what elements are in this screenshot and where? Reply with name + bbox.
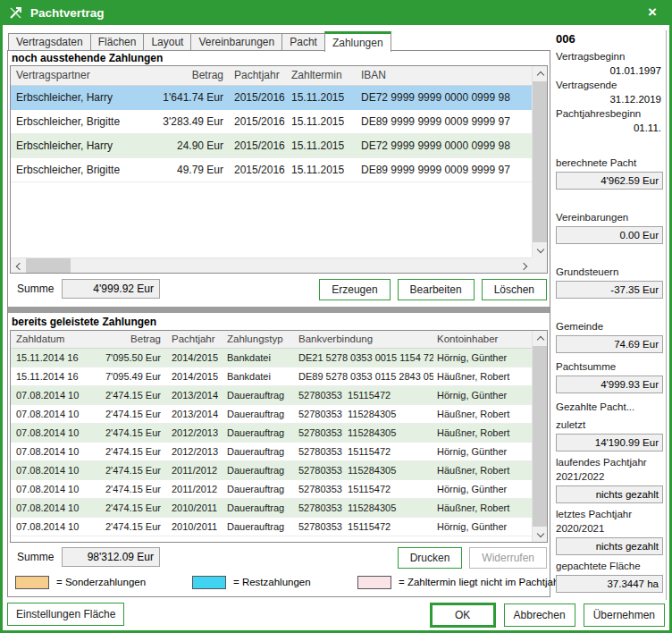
- field-value-box: -37.35 Eur: [556, 281, 663, 299]
- apply-button[interactable]: Übernehmen: [584, 603, 665, 627]
- pending-heading: noch ausstehende Zahlungen: [12, 52, 163, 64]
- paid-row[interactable]: 15.11.2014 167'095.49 Eur2014/2015Bankda…: [11, 367, 532, 386]
- print-button[interactable]: Drucken: [398, 547, 463, 569]
- paid-cell: Häußner, Robert: [433, 499, 532, 517]
- revoke-button[interactable]: Widerrufen: [469, 547, 547, 569]
- pending-row[interactable]: Erbschleicher, Harry1'641.74 Eur2015/201…: [11, 86, 532, 110]
- pending-column-header: Vertragspartner: [11, 66, 145, 85]
- tab-zahlungen[interactable]: Zahlungen: [324, 31, 391, 52]
- legend-label: = Restzahlungen: [233, 577, 311, 587]
- pending-sum-value: 4'999.92 Eur: [62, 279, 160, 299]
- paid-cell: 2'474.15 Eur: [97, 499, 168, 517]
- horizontal-scroll-thumb[interactable]: [26, 258, 71, 273]
- footer-button-group: OK Abbrechen Übernehmen: [430, 603, 665, 628]
- paid-column-header: Pachtjahr: [168, 331, 223, 348]
- pending-cell: 2015/2016: [231, 134, 288, 157]
- paid-row[interactable]: 07.08.2014 102'474.15 Eur2010/2011Dauera…: [11, 518, 532, 536]
- legend-swatch: [357, 576, 391, 589]
- scroll-up-button[interactable]: [533, 66, 548, 81]
- field-label: Gemeinde: [556, 319, 663, 333]
- cancel-button[interactable]: Abbrechen: [504, 603, 575, 627]
- close-icon[interactable]: ×: [633, 0, 672, 25]
- paid-header-row: ZahldatumBetragPachtjahrZahlungstypBankv…: [11, 331, 532, 349]
- scroll-up-button[interactable]: [533, 331, 548, 346]
- paid-cell: 52780353 15115472: [295, 480, 433, 498]
- field-label: zuletzt: [556, 418, 663, 432]
- paid-row[interactable]: 07.08.2014 102'474.15 Eur2013/2014Dauera…: [11, 405, 532, 424]
- vertical-scrollbar[interactable]: [532, 331, 547, 542]
- paid-cell: 07.08.2014 10: [11, 386, 97, 404]
- paid-cell: Häußner, Robert: [433, 424, 532, 442]
- pending-column-header: IBAN: [357, 66, 532, 85]
- payments-panel: noch ausstehende Zahlungen Vertragspartn…: [7, 50, 550, 597]
- scroll-right-button[interactable]: [517, 258, 532, 274]
- app-icon: [8, 5, 23, 21]
- field-label: Gezahlte Pacht...: [556, 400, 663, 414]
- scroll-down-button[interactable]: [533, 527, 548, 542]
- paid-table-content: ZahldatumBetragPachtjahrZahlungstypBankv…: [11, 331, 532, 542]
- ok-button[interactable]: OK: [430, 603, 496, 628]
- legend-label: = Zahltermin liegt nicht im Pachtjahr: [399, 577, 562, 587]
- paid-row[interactable]: 07.08.2014 102'474.15 Eur2011/2012Dauera…: [11, 461, 532, 480]
- pending-table-content: VertragspartnerBetragPachtjahrZahltermin…: [11, 66, 532, 257]
- field-value-box: 4'962.59 Eur: [556, 172, 663, 190]
- field-label: Pachtsumme: [556, 359, 663, 374]
- vertical-scrollbar[interactable]: [532, 66, 547, 257]
- tab-vereinbarungen[interactable]: Vereinbarungen: [190, 33, 281, 51]
- sidebar-field-letztes-pachtjahr: letztes Pachtjahr2020/2021nichts gezahlt: [556, 507, 663, 555]
- legend-swatch: [192, 576, 226, 589]
- paid-cell: 52780353 115284305: [295, 461, 433, 479]
- sidebar-field-grundsteuern: Grundsteuern-37.35 Eur: [556, 265, 663, 299]
- pending-row[interactable]: Erbschleicher, Harry24.90 Eur2015/201615…: [11, 134, 532, 158]
- pending-cell: 1'641.74 Eur: [145, 86, 231, 109]
- tab-layout[interactable]: Layout: [143, 33, 190, 51]
- paid-cell: 2012/2013: [168, 443, 223, 460]
- legend-swatch: [15, 576, 49, 589]
- scroll-left-button[interactable]: [11, 258, 26, 274]
- scroll-down-button[interactable]: [533, 242, 548, 257]
- paid-cell: Bankdatei: [223, 367, 295, 385]
- paid-row[interactable]: 07.08.2014 102'474.15 Eur2010/2011Dauera…: [11, 499, 532, 518]
- field-label: 2020/2021: [556, 521, 663, 536]
- sidebar-field-gepachtete-fl-che: gepachtete Fläche37.3447 ha: [556, 559, 663, 593]
- l-schen-button[interactable]: Löschen: [482, 279, 547, 300]
- field-value: 01.01.1997: [556, 63, 663, 78]
- paid-row[interactable]: 07.08.2014 102'474.15 Eur2013/2014Dauera…: [11, 386, 532, 405]
- pending-row[interactable]: Erbschleicher, Brigitte49.79 Eur2015/201…: [11, 158, 532, 182]
- paid-row[interactable]: 07.08.2014 102'474.15 Eur2012/2013Dauera…: [11, 424, 532, 443]
- paid-cell: 2'474.15 Eur: [97, 480, 168, 498]
- paid-row[interactable]: 07.08.2014 102'474.15 Eur2011/2012Dauera…: [11, 480, 532, 499]
- field-label: gepachtete Fläche: [556, 559, 663, 573]
- paid-cell: 2'474.15 Eur: [97, 518, 168, 536]
- pending-row[interactable]: Erbschleicher, Brigitte3'283.49 Eur2015/…: [11, 110, 532, 134]
- pending-cell: DE89 9999 9999 0009 9999 97: [357, 110, 532, 133]
- pending-sum-label: Summe: [17, 283, 54, 295]
- erzeugen-button[interactable]: Erzeugen: [319, 279, 390, 300]
- bearbeiten-button[interactable]: Bearbeiten: [398, 279, 475, 300]
- tab-pacht[interactable]: Pacht: [281, 33, 324, 51]
- sidebar-field-pachtsumme: Pachtsumme4'999.93 Eur: [556, 359, 663, 393]
- horizontal-scrollbar[interactable]: [11, 257, 532, 273]
- sidebar-field-vereinbarungen: Vereinbarungen0.00 Eur: [556, 210, 663, 244]
- paid-cell: DE89 5278 0353 0115 2843 05: [295, 367, 433, 385]
- paid-sum-label: Summe: [17, 551, 54, 563]
- pending-cell: 15.11.2015: [288, 86, 357, 109]
- pending-cell: DE72 9999 9999 0000 0999 98: [357, 86, 532, 109]
- pending-cell: 2015/2016: [231, 110, 288, 133]
- settings-area-button[interactable]: Einstellungen Fläche: [7, 603, 124, 626]
- paid-sum-value: 98'312.09 Eur: [62, 547, 160, 567]
- paid-cell: Dauerauftrag: [223, 480, 295, 498]
- field-value-box: 74.69 Eur: [556, 335, 663, 353]
- paid-cell: 2'474.15 Eur: [97, 405, 168, 423]
- scrollbar-corner: [532, 257, 547, 273]
- paid-column-header: Bankverbindung: [295, 331, 433, 348]
- section-splitter[interactable]: [8, 307, 550, 313]
- pending-cell: 3'283.49 Eur: [145, 110, 231, 133]
- window-title: Pachtvertrag: [30, 6, 105, 20]
- tab-fl-chen[interactable]: Flächen: [90, 33, 144, 51]
- paid-cell: 52780353 15115472: [295, 518, 433, 536]
- tab-vertragsdaten[interactable]: Vertragsdaten: [8, 33, 90, 51]
- paid-cell: 52780353 115284305: [295, 405, 433, 423]
- paid-row[interactable]: 07.08.2014 102'474.15 Eur2012/2013Dauera…: [11, 443, 532, 461]
- paid-row[interactable]: 15.11.2014 167'095.50 Eur2014/2015Bankda…: [11, 349, 532, 367]
